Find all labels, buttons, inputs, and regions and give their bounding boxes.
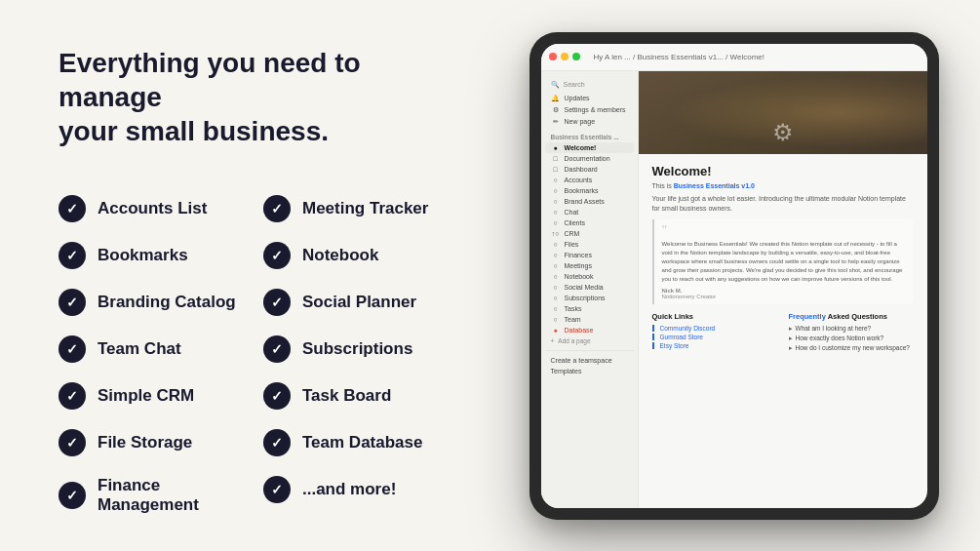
sidebar-team-label: Team [565,316,581,323]
sidebar-search-label: Search [564,81,585,88]
sidebar-item-chat[interactable]: ○ Chat [545,207,634,217]
dot-red [549,53,557,60]
subs-icon: ○ [551,295,561,301]
sidebar-notebook-label: Notebook [565,273,594,280]
sidebar-item-welcome[interactable]: ● Welcome! [545,142,634,153]
sidebar-add-page[interactable]: + Add a page [545,335,634,346]
finances-icon: ○ [551,252,561,258]
feature-label: Task Board [302,386,391,406]
sidebar-item-bookmarks[interactable]: ○ Bookmarks [545,185,634,196]
gear-icon: ⚙ [772,119,794,146]
sidebar-item-brand-assets[interactable]: ○ Brand Assets [545,196,634,207]
list-item: Bookmarks [59,232,254,279]
sidebar-accounts-label: Accounts [565,177,593,183]
breadcrumb-text: Hy A len ... / Business Essentials v1...… [594,53,764,61]
sidebar-item-documentation[interactable]: □ Documentation [545,153,634,164]
headline-line2: your small business. [59,116,329,146]
faq-item-text: How do I customize my new workspace? [796,344,910,351]
sidebar-chat-label: Chat [565,209,579,216]
sidebar-database-label: Database [565,327,594,334]
sidebar-brand-label: Brand Assets [565,198,605,205]
sidebar-item-database[interactable]: ● Database [545,325,634,335]
notion-content: Welcome! This is Business Essentials v1.… [639,154,927,508]
tasks-icon: ○ [551,305,561,312]
etsy-store-link[interactable]: Etsy Store [652,342,777,349]
faq-item-1: ▸ What am I looking at here? [789,325,914,333]
faq-highlight: Frequently [789,312,826,321]
check-icon [59,429,86,456]
features-col1: Accounts List Bookmarks Branding Catalog… [59,185,254,525]
database-icon: ● [551,327,561,334]
community-discord-link[interactable]: Community Discord [652,325,777,332]
check-icon [59,482,86,509]
quote-author: Nick M. Notionomery Creator [662,288,906,299]
team-icon: ○ [551,316,561,323]
crm-icon: ↑○ [551,230,561,237]
faq-item-text: What am I looking at here? [796,325,872,332]
page-title: Welcome! [652,164,914,178]
faq-bullet: ▸ [789,325,793,333]
quote-mark: " [662,224,906,238]
sidebar-item-updates[interactable]: 🔔 Updates [545,93,634,104]
sidebar-item-clients[interactable]: ○ Clients [545,217,634,228]
sidebar-clients-label: Clients [565,219,585,226]
clients-icon: ○ [551,219,561,226]
sidebar-search-item[interactable]: 🔍 Search [545,79,634,91]
list-item: Finance Management [59,466,254,525]
content-description: Your life just got a whole lot easier. I… [652,194,914,214]
gumroad-store-link[interactable]: Gumroad Store [652,334,777,340]
sidebar-item-finances[interactable]: ○ Finances [545,250,634,260]
new-page-icon: ✏ [551,118,561,126]
subtitle-prefix: This is [652,182,674,189]
sidebar-item-tasks[interactable]: ○ Tasks [545,303,634,314]
subtitle-highlight: Business Essentials v1.0 [674,182,755,189]
sidebar-item-dashboard[interactable]: □ Dashboard [545,164,634,175]
list-item: Subscriptions [263,326,458,373]
sidebar-welcome-label: Welcome! [565,144,597,151]
files-icon: ○ [551,241,561,248]
faq-item-2: ▸ How exactly does Notion work? [789,335,914,342]
sidebar-item-create-teamspace[interactable]: Create a teamspace [545,355,634,366]
sidebar-item-accounts[interactable]: ○ Accounts [545,175,634,185]
sidebar-item-new-page[interactable]: ✏ New page [545,116,634,128]
sidebar-item-files[interactable]: ○ Files [545,239,634,250]
content-subtitle: This is Business Essentials v1.0 [652,181,914,191]
sidebar-item-social-media[interactable]: ○ Social Media [545,282,634,293]
tablet-screen: Hy A len ... / Business Essentials v1...… [541,44,927,508]
sidebar-social-label: Social Media [565,284,604,291]
list-item: File Storage [59,419,254,466]
templates-label: Templates [551,368,582,374]
right-panel: Hy A len ... / Business Essentials v1...… [507,0,980,551]
add-icon: + [551,337,555,344]
list-item: Simple CRM [59,373,254,419]
sidebar-item-meetings[interactable]: ○ Meetings [545,260,634,271]
list-item: Team Database [263,419,458,466]
sidebar-section-header: Business Essentials ... [545,132,634,142]
social-icon: ○ [551,284,561,291]
sidebar-new-page-label: New page [565,118,596,125]
sidebar-item-notebook[interactable]: ○ Notebook [545,271,634,282]
sidebar-item-settings[interactable]: ⚙ Settings & members [545,104,634,116]
sidebar-item-templates[interactable]: Templates [545,366,634,376]
sidebar-subs-label: Subscriptions [565,295,606,301]
list-item: Team Chat [59,326,254,373]
quote-text: Welcome to Business Essentials! We creat… [662,240,906,284]
search-icon: 🔍 [551,81,560,89]
list-item: Notebook [263,232,458,279]
faq-item-3: ▸ How do I customize my new workspace? [789,344,914,352]
sidebar-item-team[interactable]: ○ Team [545,314,634,325]
hero-image: ⚙ [639,71,927,154]
list-item: ...and more! [263,466,458,513]
left-panel: Everything you need to manage your small… [0,0,507,551]
check-icon [59,382,86,410]
sidebar-item-crm[interactable]: ↑○ CRM [545,228,634,239]
headline: Everything you need to manage your small… [59,46,458,148]
list-item: Social Planner [263,279,458,326]
feature-label: Team Database [302,433,422,453]
sidebar-item-subscriptions[interactable]: ○ Subscriptions [545,293,634,303]
feature-label: Bookmarks [98,246,188,265]
dot-green [572,53,580,60]
list-item: Accounts List [59,185,254,232]
sidebar-doc-label: Documentation [565,155,610,162]
check-icon [263,195,291,222]
